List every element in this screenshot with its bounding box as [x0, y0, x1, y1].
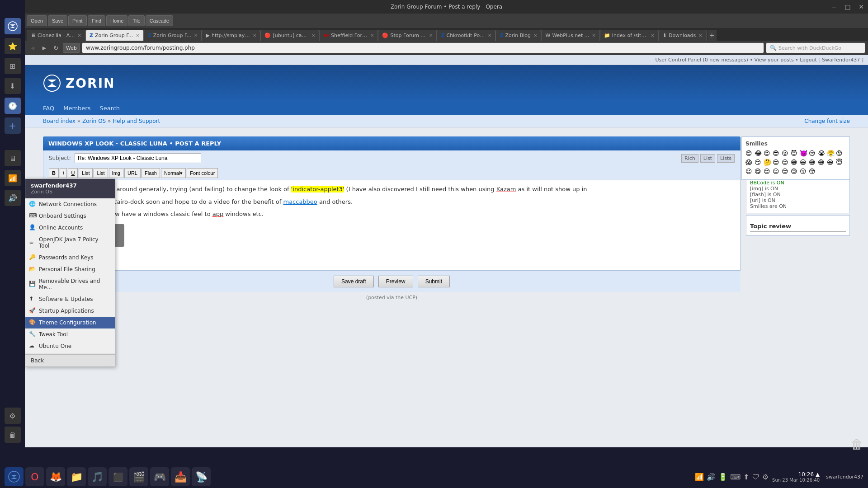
taskbar-terminal[interactable]: ⬛ [108, 467, 127, 486]
tab-rich[interactable]: Rich [681, 154, 698, 163]
breadcrumb-board[interactable]: Board index [43, 118, 75, 124]
smiley-21[interactable]: 😆 [827, 159, 835, 167]
tab-webplus[interactable]: W WebPlus.net ... ✕ [541, 30, 599, 41]
sidebar-icon-apps[interactable]: ⊞ [5, 58, 21, 74]
cascade-button[interactable]: Cascade [146, 15, 173, 26]
home-button[interactable]: Home [106, 15, 127, 26]
sidebar-icon-display[interactable]: 🖥 [5, 150, 21, 166]
tray-battery-icon[interactable]: 🔋 [718, 473, 727, 481]
smiley-15[interactable]: 😒 [773, 159, 781, 167]
smiley-6[interactable]: 😈 [791, 150, 799, 158]
smiley-14[interactable]: 🤔 [764, 159, 772, 167]
taskbar-video[interactable]: 🎬 [129, 467, 148, 486]
back-button[interactable]: ◄ [28, 43, 38, 53]
smiley-27[interactable]: 😑 [782, 168, 790, 176]
dropdown-item-passwords[interactable]: 🔑 Passwords and Keys [25, 252, 115, 263]
dropdown-item-tweak[interactable]: 🔧 Tweak Tool [25, 328, 115, 340]
minimize-button[interactable]: − [827, 0, 841, 14]
editor-body[interactable]: been playing around generally, trying (a… [43, 180, 741, 271]
nav-search[interactable]: Search [99, 105, 120, 112]
smiley-24[interactable]: 😋 [755, 168, 763, 176]
tray-network-icon[interactable]: 📶 [695, 473, 704, 481]
tab-ubuntu[interactable]: 🔴 [ubuntu] cann... ✕ [260, 30, 319, 41]
dropdown-item-software[interactable]: ⬆ Software & Updates [25, 293, 115, 305]
dropdown-item-sharing[interactable]: 📂 Personal File Sharing [25, 263, 115, 275]
editor-underline[interactable]: U [68, 168, 78, 178]
maximize-button[interactable]: □ [841, 0, 854, 14]
taskbar-network2[interactable]: 📡 [192, 467, 211, 486]
subject-input[interactable] [75, 153, 201, 163]
tab-close-index[interactable]: ✕ [651, 33, 654, 38]
sidebar-icon-star[interactable]: ⭐ [5, 38, 21, 54]
smiley-20[interactable]: 😅 [818, 159, 826, 167]
dropdown-item-ubuntu[interactable]: ☁ Ubuntu One [25, 340, 115, 352]
tab-clonezilla[interactable]: 🖥 Clonezilla - Ab... ✕ [27, 30, 85, 41]
dropdown-item-removable[interactable]: 💾 Removable Drives and Me... [25, 275, 115, 293]
tab-close-downloads[interactable]: ✕ [698, 33, 702, 38]
dropdown-item-onboard[interactable]: ⌨ Onboard Settings [25, 210, 115, 222]
smiley-3[interactable]: 😍 [764, 150, 772, 158]
taskbar-games[interactable]: 🎮 [150, 467, 169, 486]
tab-lists2[interactable]: Lists [717, 154, 735, 163]
preview-button[interactable]: Preview [378, 276, 413, 287]
editor-bold[interactable]: B [49, 168, 59, 178]
save-button[interactable]: Save [48, 15, 67, 26]
editor-list1[interactable]: List [79, 168, 93, 178]
breadcrumb-zorinos[interactable]: Zorin OS [82, 118, 106, 124]
taskbar-zorin[interactable] [5, 467, 24, 486]
sidebar-icon-clock[interactable]: 🕐 [5, 98, 21, 114]
smiley-16[interactable]: 😔 [782, 159, 790, 167]
smiley-18[interactable]: 😃 [800, 159, 808, 167]
dropdown-item-theme[interactable]: 🎨 Theme Configuration [25, 317, 115, 328]
sidebar-icon-trash[interactable]: 🗑 [5, 427, 21, 443]
breadcrumb-help[interactable]: Help and Support [113, 118, 160, 124]
trash-desktop-icon[interactable]: 🗑 [851, 437, 863, 452]
tab-close-zorin1[interactable]: ✕ [136, 33, 139, 38]
editor-list2[interactable]: List [94, 168, 108, 178]
tray-antivirus-icon[interactable]: 🛡 [752, 473, 760, 481]
maccabbeo-link[interactable]: maccabbeo [283, 198, 317, 205]
smiley-26[interactable]: 😐 [773, 168, 781, 176]
save-draft-button[interactable]: Save draft [334, 276, 374, 287]
smiley-19[interactable]: 😄 [809, 159, 817, 167]
sidebar-icon-settings[interactable]: ⚙ [5, 408, 21, 424]
url-bar[interactable]: www.zoringroup.com/forum/posting.php [82, 42, 764, 53]
dropdown-item-startup[interactable]: 🚀 Startup Applications [25, 305, 115, 317]
smiley-29[interactable]: 😗 [800, 168, 808, 176]
tab-zorin-group-2[interactable]: Z Zorin Group F... ✕ [144, 30, 202, 41]
tab-close-chkrootkit[interactable]: ✕ [488, 33, 491, 38]
sidebar-icon-volume[interactable]: 🔊 [5, 190, 21, 206]
dropdown-item-online[interactable]: 👤 Online Accounts [25, 222, 115, 234]
tab-close-clonezilla[interactable]: ✕ [78, 33, 81, 38]
editor-normal[interactable]: Normal▾ [161, 168, 186, 178]
tab-zorin-group-1[interactable]: Z Zorin Group F... ✕ [85, 30, 144, 41]
new-tab-button[interactable]: + [708, 30, 717, 41]
tray-update-icon[interactable]: ⬆ [743, 473, 749, 481]
tray-apps-icon[interactable]: ⚙ [762, 473, 769, 481]
reload-button[interactable]: ↻ [51, 43, 61, 53]
smiley-13[interactable]: 😏 [755, 159, 763, 167]
tab-smplayer[interactable]: ▶ http://smplaye... ✕ [202, 30, 260, 41]
smiley-11[interactable]: 😡 [836, 150, 844, 158]
taskbar-music[interactable]: 🎵 [88, 467, 107, 486]
tab-close-zorinblog[interactable]: ✕ [533, 33, 537, 38]
tab-close-stopforum[interactable]: ✕ [429, 33, 433, 38]
smiley-25[interactable]: 😌 [764, 168, 772, 176]
tab-chkrootkit[interactable]: Z Chkrootkit-Por... ✕ [437, 30, 495, 41]
tray-volume-icon[interactable]: 🔊 [707, 473, 716, 481]
smiley-22[interactable]: 😇 [836, 159, 844, 167]
dropdown-back[interactable]: Back [25, 354, 115, 366]
tile-button[interactable]: Tile [128, 15, 144, 26]
submit-button[interactable]: Submit [418, 276, 450, 287]
editor-img[interactable]: Img [109, 168, 123, 178]
sidebar-icon-plus[interactable]: + [5, 117, 21, 134]
tray-keyboard-icon[interactable]: ⌨ [730, 473, 741, 481]
zorin-sidebar-icon[interactable] [5, 18, 21, 34]
nav-faq[interactable]: FAQ [43, 105, 54, 112]
smiley-17[interactable]: 😁 [791, 159, 799, 167]
smiley-23[interactable]: 😉 [745, 168, 754, 176]
smiley-30[interactable]: 😙 [809, 168, 817, 176]
web-selector[interactable]: Web [63, 43, 80, 53]
editor-italic[interactable]: i [60, 168, 67, 178]
editor-flash[interactable]: Flash [142, 168, 160, 178]
